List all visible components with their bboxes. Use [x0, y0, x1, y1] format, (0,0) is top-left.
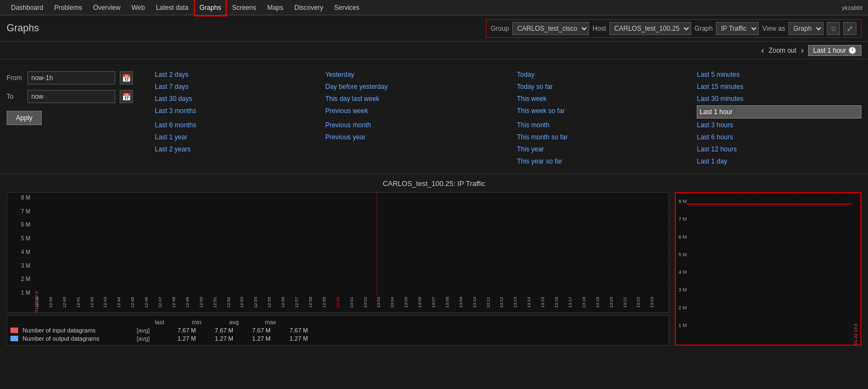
mini-y-label: 1 M [677, 323, 687, 328]
x-axis-label: 12:56 [281, 297, 285, 308]
main-graph: 8 M7 M6 M5 M4 M3 M2 M1 M 12:3812:3912:40 [7, 192, 669, 313]
quick-link-last-2-years[interactable]: Last 2 years [155, 144, 314, 155]
graph-legend: last min avg max Number of input datagra… [7, 315, 669, 346]
x-axis-label: 13:07 [431, 297, 436, 308]
x-axis-label: 13:08 [445, 297, 450, 308]
x-axis-label: 12:42 [89, 297, 94, 308]
x-axis-label: 13:17 [568, 297, 573, 308]
x-axis-label: 12:44 [116, 297, 121, 308]
legend-item-min: 7.67 M [200, 327, 233, 334]
quick-link-last-7-days[interactable]: Last 7 days [155, 81, 314, 92]
quick-link-this-month[interactable]: This month [517, 120, 686, 131]
quick-link-last-15-minutes[interactable]: Last 15 minutes [697, 81, 861, 92]
viewas-label: View as [762, 25, 785, 32]
to-calendar-button[interactable]: 📅 [120, 90, 133, 103]
nav-discovery[interactable]: Discovery [289, 0, 329, 15]
quick-link-previous-year[interactable]: Previous year [325, 132, 506, 143]
from-input[interactable] [27, 71, 115, 84]
nav-maps[interactable]: Maps [262, 0, 289, 15]
nav-dashboard[interactable]: Dashboard [5, 0, 49, 15]
x-axis-main: 12:3812:3912:4012:4112:4212:4312:4412:45… [35, 296, 669, 312]
x-axis-label: 12:58 [308, 297, 313, 308]
nav-screens[interactable]: Screens [227, 0, 262, 15]
nav-latest-data[interactable]: Latest data [150, 0, 194, 15]
next-period-button[interactable]: › [801, 46, 804, 55]
x-axis-label: 12:43 [103, 297, 108, 308]
x-axis-label: 12:54 [253, 297, 258, 308]
quick-link-last-1-day[interactable]: Last 1 day [697, 156, 861, 167]
x-axis-label: 13:11 [486, 297, 491, 308]
quick-link-last-6-months[interactable]: Last 6 months [155, 120, 314, 131]
nav-problems[interactable]: Problems [49, 0, 88, 15]
quick-link-today[interactable]: Today [517, 69, 686, 80]
quick-link-last-3-hours[interactable]: Last 3 hours [697, 120, 861, 131]
nav-services[interactable]: Services [329, 0, 365, 15]
host-select[interactable]: CARLOS_test_100.25 [609, 22, 691, 35]
quick-link-last-6-hours[interactable]: Last 6 hours [697, 132, 861, 143]
group-select[interactable]: CARLOS_test_cisco [512, 22, 589, 35]
quick-link-this-day-last-week[interactable]: This day last week [325, 93, 506, 104]
host-label: Host [592, 25, 606, 32]
x-axis-label: 12:47 [158, 297, 163, 308]
quick-link-last-5-minutes[interactable]: Last 5 minutes [697, 69, 861, 80]
quick-link-last-1-hour[interactable]: Last 1 hour [697, 105, 861, 119]
date-label-mini: 01-22 13:3 [853, 324, 858, 345]
nav-graphs[interactable]: Graphs [194, 0, 226, 16]
zoom-out-text: Zoom out [769, 47, 797, 54]
quick-link-previous-week[interactable]: Previous week [325, 105, 506, 119]
y-axis-label: 3 M [7, 263, 32, 269]
x-axis-label: 13:15 [540, 297, 545, 308]
apply-button[interactable]: Apply [7, 111, 42, 125]
favorite-button[interactable]: ☆ [827, 22, 840, 35]
quick-link-this-week-so-far[interactable]: This week so far [517, 105, 686, 119]
quick-link-day-before-yesterday[interactable]: Day before yesterday [325, 81, 506, 92]
y-axis: 8 M7 M6 M5 M4 M3 M2 M1 M [7, 193, 35, 296]
quick-link-last-3-months[interactable]: Last 3 months [155, 105, 314, 119]
from-label: From [7, 74, 23, 82]
x-axis-label: 13:21 [623, 297, 628, 308]
y-axis-label: 1 M [7, 290, 32, 296]
nav-overview[interactable]: Overview [87, 0, 126, 15]
to-input[interactable] [27, 90, 115, 103]
x-axis-label: 13:06 [417, 297, 422, 308]
from-calendar-button[interactable]: 📅 [120, 71, 133, 84]
quick-link-yesterday[interactable]: Yesterday [325, 69, 506, 80]
quick-link-last-1-year[interactable]: Last 1 year [155, 132, 314, 143]
quick-link-last-30-days[interactable]: Last 30 days [155, 93, 314, 104]
page-header: Graphs Group CARLOS_test_cisco Host CARL… [0, 15, 868, 42]
quick-link-this-month-so-far[interactable]: This month so far [517, 132, 686, 143]
quick-link-this-year[interactable]: This year [517, 144, 686, 155]
x-axis-label: 13:01 [349, 297, 354, 308]
viewas-select[interactable]: Graph [788, 22, 824, 35]
x-axis-label: 13:03 [376, 297, 381, 308]
x-axis-label: 12:46 [144, 297, 149, 308]
legend-item-max: 1.27 M [275, 335, 308, 342]
prev-period-button[interactable]: ‹ [761, 46, 764, 55]
quick-link-last-30-minutes[interactable]: Last 30 minutes [697, 93, 861, 104]
timepicker-inputs: From 📅 To 📅 Apply [7, 66, 133, 167]
date-label-main: 01-22 12:3 [35, 291, 39, 312]
legend-row: Number of input datagrams [avg] 7.67 M 7… [10, 327, 665, 334]
period-label: Last 1 hour [813, 47, 846, 54]
x-axis-label: 13:00 [335, 297, 340, 308]
period-badge[interactable]: Last 1 hour 🕐 [808, 45, 861, 56]
quick-link-this-year-so-far[interactable]: This year so far [517, 156, 686, 167]
quick-link-last-12-hours[interactable]: Last 12 hours [697, 144, 861, 155]
nav-web[interactable]: Web [126, 0, 150, 15]
x-axis-label: 12:49 [185, 297, 190, 308]
quick-link-today-so-far[interactable]: Today so far [517, 81, 686, 92]
top-navigation: Dashboard Problems Overview Web Latest d… [0, 0, 868, 15]
legend-header-avg: avg [206, 319, 239, 325]
legend-item-min: 1.27 M [200, 335, 233, 342]
legend-item-type: [avg] [137, 335, 159, 342]
legend-item-type: [avg] [137, 327, 159, 334]
y-axis-label: 4 M [7, 249, 32, 255]
x-axis-label: 13:19 [595, 297, 600, 308]
legend-header-min: min [169, 319, 201, 325]
x-axis-label: 12:40 [62, 297, 67, 308]
quick-link-previous-month[interactable]: Previous month [325, 120, 506, 131]
quick-link-this-week[interactable]: This week [517, 93, 686, 104]
expand-button[interactable]: ⤢ [843, 22, 856, 35]
quick-link-last-2-days[interactable]: Last 2 days [155, 69, 314, 80]
graph-select[interactable]: IP Traffic [716, 22, 759, 35]
